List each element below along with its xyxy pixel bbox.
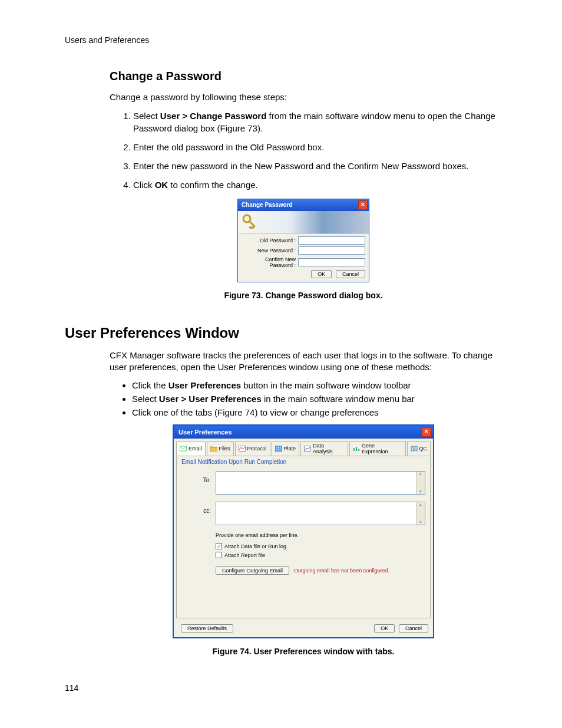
tab-qc[interactable]: QC: [407, 441, 431, 456]
up-title-bar: User Preferences ✕: [174, 426, 433, 439]
confirm-password-label: Confirm New Password :: [242, 256, 298, 268]
email-note: Provide one email address per line.: [216, 532, 425, 538]
key-icon: [242, 213, 256, 231]
up-title-text: User Preferences: [178, 429, 232, 436]
old-password-input[interactable]: [298, 236, 365, 245]
up-cancel-button[interactable]: Cancel: [399, 624, 428, 633]
cp-step-2: Enter the old password in the Old Passwo…: [133, 141, 497, 153]
confirm-password-input[interactable]: [298, 258, 365, 266]
svg-point-5: [278, 447, 279, 448]
cc-input[interactable]: ▴▾: [216, 502, 425, 525]
email-warning: Outgoing email has not been configured.: [294, 568, 389, 574]
cp-intro: Change a password by following these ste…: [110, 91, 497, 103]
checkbox-unchecked-icon[interactable]: [216, 552, 222, 558]
bar-chart-icon: [353, 446, 360, 452]
cp-title-bar: Change Password ✕: [238, 199, 369, 211]
restore-defaults-button[interactable]: Restore Defaults: [181, 624, 233, 633]
chart-icon: [304, 446, 311, 452]
cp-step-3: Enter the new password in the New Passwo…: [133, 160, 497, 172]
cc-label: cc:: [181, 502, 216, 525]
tab-protocol[interactable]: Protocol: [235, 441, 270, 456]
tab-gene-expression[interactable]: Gene Expression: [349, 441, 405, 456]
cp-ok-button[interactable]: OK: [311, 270, 332, 278]
protocol-icon: [239, 446, 246, 452]
tab-plate[interactable]: Plate: [272, 441, 300, 456]
figure-73-caption: Figure 73. Change Password dialog box.: [110, 291, 497, 300]
svg-point-7: [276, 449, 277, 450]
svg-rect-14: [411, 446, 414, 451]
envelope-icon: [180, 446, 187, 452]
attach-data-check[interactable]: ✓ Attach Data file or Run log: [216, 543, 425, 549]
qc-icon: [411, 446, 418, 452]
svg-rect-12: [356, 447, 357, 451]
svg-rect-3: [275, 446, 282, 452]
tab-data-analysis[interactable]: Data Analysis: [300, 441, 348, 456]
cp-banner: [238, 211, 369, 234]
tab-files[interactable]: Files: [207, 441, 234, 456]
svg-point-6: [280, 447, 281, 448]
close-icon[interactable]: ✕: [422, 427, 431, 437]
up-ok-button[interactable]: OK: [374, 624, 395, 633]
cp-steps: Select User > Change Password from the m…: [110, 110, 497, 191]
old-password-label: Old Password :: [242, 238, 298, 243]
up-bullets: Click the User Preferences button in the…: [110, 380, 497, 417]
cp-body: Old Password : New Password : Confirm Ne…: [238, 234, 369, 282]
up-bullet-2: Select User > User Preferences in the ma…: [132, 394, 497, 404]
user-preferences-window: User Preferences ✕ Email Files Protocol …: [173, 424, 434, 638]
attach-report-check[interactable]: Attach Report file: [216, 552, 425, 558]
figure-74-caption: Figure 74. User Preferences window with …: [110, 647, 497, 656]
svg-point-4: [276, 447, 277, 448]
cp-step-1: Select User > Change Password from the m…: [133, 110, 497, 134]
change-password-heading: Change a Password: [110, 70, 497, 83]
up-intro: CFX Manager software tracks the preferen…: [110, 350, 497, 374]
cp-title-text: Change Password: [242, 202, 293, 208]
plate-icon: [275, 446, 282, 452]
svg-rect-15: [415, 446, 417, 451]
configure-email-button[interactable]: Configure Outgoing Email: [216, 566, 289, 575]
page-number: 114: [65, 683, 497, 693]
to-label: To:: [181, 471, 216, 495]
up-bullet-3: Click one of the tabs (Figure 74) to vie…: [132, 407, 497, 417]
up-tabs: Email Files Protocol Plate Data Analysis…: [174, 439, 433, 456]
up-email-pane: Email Notification Upon Run Completion T…: [176, 456, 431, 618]
running-head: Users and Preferences: [65, 35, 497, 45]
svg-point-8: [278, 449, 279, 450]
cp-step-4: Click OK to confirm the change.: [133, 179, 497, 191]
svg-point-9: [280, 449, 281, 450]
close-icon[interactable]: ✕: [358, 200, 368, 210]
svg-rect-11: [353, 448, 355, 451]
folder-icon: [210, 446, 217, 452]
scrollbar-icon[interactable]: ▴▾: [416, 472, 425, 494]
tab-email[interactable]: Email: [176, 441, 206, 456]
change-password-dialog: Change Password ✕ Old Password : New Pas…: [237, 199, 369, 282]
scrollbar-icon[interactable]: ▴▾: [416, 502, 425, 525]
up-bottom-bar: Restore Defaults OK Cancel: [174, 621, 433, 637]
up-pane-title: Email Notification Upon Run Completion: [181, 459, 425, 465]
up-bullet-1: Click the User Preferences button in the…: [132, 380, 497, 390]
user-preferences-heading: User Preferences Window: [65, 325, 497, 341]
to-input[interactable]: ▴▾: [216, 471, 425, 495]
svg-rect-13: [358, 449, 359, 451]
new-password-label: New Password :: [242, 248, 298, 253]
checkbox-checked-icon[interactable]: ✓: [216, 543, 222, 549]
new-password-input[interactable]: [298, 246, 365, 255]
cp-cancel-button[interactable]: Cancel: [336, 270, 365, 278]
